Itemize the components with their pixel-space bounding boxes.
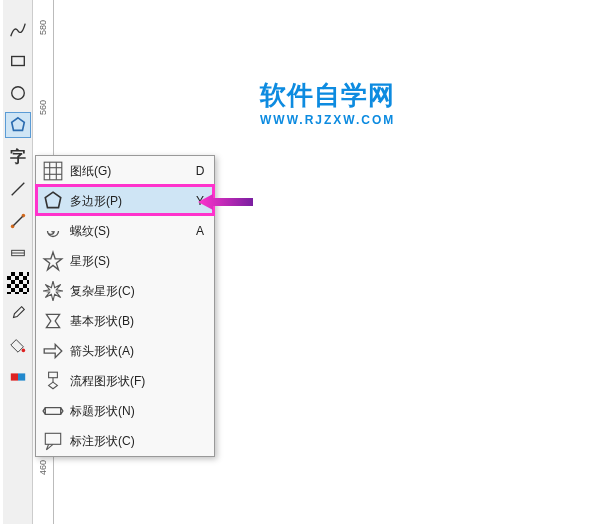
- svg-point-1: [11, 87, 24, 100]
- menu-item-arrow-shapes[interactable]: 箭头形状(A): [36, 336, 214, 366]
- ellipse-tool[interactable]: [5, 80, 31, 106]
- menu-item-spiral[interactable]: 螺纹(S) A: [36, 216, 214, 246]
- svg-rect-11: [18, 373, 25, 380]
- svg-line-6: [13, 217, 22, 226]
- svg-marker-19: [43, 281, 63, 301]
- menu-label: 星形(S): [70, 253, 192, 270]
- basic-shapes-icon: [42, 310, 64, 332]
- svg-line-3: [11, 183, 24, 196]
- menu-label: 图纸(G): [70, 163, 192, 180]
- menu-shortcut: D: [192, 164, 208, 178]
- blend-tool[interactable]: [5, 364, 31, 390]
- menu-label: 螺纹(S): [70, 223, 192, 240]
- menu-label: 流程图形状(F): [70, 373, 192, 390]
- ruler-tick: 580: [38, 20, 48, 35]
- text-tool[interactable]: 字: [5, 144, 31, 170]
- menu-label: 多边形(P): [70, 193, 192, 210]
- menu-label: 标题形状(N): [70, 403, 192, 420]
- svg-rect-0: [11, 57, 24, 66]
- ruler-tick: 560: [38, 100, 48, 115]
- ruler-tick: 460: [38, 460, 48, 475]
- svg-point-9: [21, 349, 25, 353]
- svg-rect-10: [10, 373, 17, 380]
- menu-item-callout-shapes[interactable]: 标注形状(C): [36, 426, 214, 456]
- svg-rect-12: [44, 162, 62, 180]
- eyedropper-tool[interactable]: [5, 300, 31, 326]
- rectangle-tool[interactable]: [5, 48, 31, 74]
- dimension-tool[interactable]: [5, 240, 31, 266]
- menu-item-complex-star[interactable]: 复杂星形(C): [36, 276, 214, 306]
- polygon-flyout-menu: 图纸(G) D 多边形(P) Y 螺纹(S) A 星形(S) 复杂星形(C) 基…: [35, 155, 215, 457]
- fill-tool[interactable]: [5, 332, 31, 358]
- svg-rect-23: [45, 433, 60, 444]
- svg-marker-2: [11, 118, 24, 131]
- callout-shapes-icon: [42, 430, 64, 452]
- svg-marker-22: [49, 382, 58, 389]
- toolbar: 字: [3, 0, 33, 524]
- menu-shortcut: A: [192, 224, 208, 238]
- menu-label: 标注形状(C): [70, 433, 192, 450]
- polygon-tool[interactable]: [5, 112, 31, 138]
- menu-item-graph-paper[interactable]: 图纸(G) D: [36, 156, 214, 186]
- complex-star-icon: [42, 280, 64, 302]
- menu-label: 基本形状(B): [70, 313, 192, 330]
- menu-item-flowchart-shapes[interactable]: 流程图形状(F): [36, 366, 214, 396]
- svg-marker-17: [45, 192, 60, 207]
- freehand-tool[interactable]: [5, 16, 31, 42]
- line-tool[interactable]: [5, 176, 31, 202]
- spiral-icon: [42, 220, 64, 242]
- watermark-url: WWW.RJZXW.COM: [260, 113, 395, 127]
- menu-shortcut: Y: [192, 194, 208, 208]
- menu-label: 箭头形状(A): [70, 343, 192, 360]
- checker-tool[interactable]: [7, 272, 29, 294]
- graph-paper-icon: [42, 160, 64, 182]
- watermark: 软件自学网 WWW.RJZXW.COM: [260, 78, 395, 127]
- svg-marker-18: [44, 252, 62, 270]
- banner-shapes-icon: [42, 400, 64, 422]
- menu-item-basic-shapes[interactable]: 基本形状(B): [36, 306, 214, 336]
- star-icon: [42, 250, 64, 272]
- svg-rect-20: [49, 372, 58, 378]
- menu-item-star[interactable]: 星形(S): [36, 246, 214, 276]
- menu-item-banner-shapes[interactable]: 标题形状(N): [36, 396, 214, 426]
- arrow-shapes-icon: [42, 340, 64, 362]
- polygon-icon: [42, 190, 64, 212]
- connector-tool[interactable]: [5, 208, 31, 234]
- watermark-text: 软件自学网: [260, 78, 395, 113]
- menu-item-polygon[interactable]: 多边形(P) Y: [36, 186, 214, 216]
- flowchart-shapes-icon: [42, 370, 64, 392]
- menu-label: 复杂星形(C): [70, 283, 192, 300]
